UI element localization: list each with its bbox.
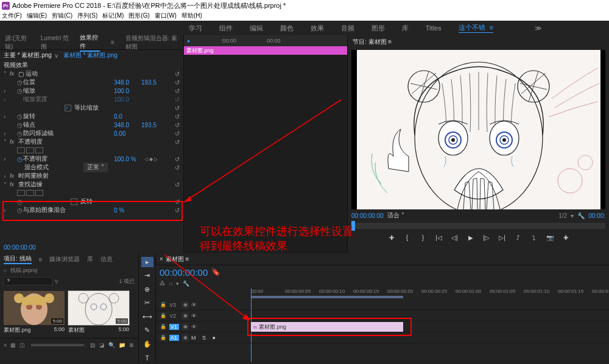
lift-icon[interactable]: ⤴ (513, 232, 524, 243)
toggle-output-icon[interactable]: ◉ (181, 323, 189, 331)
motion-header[interactable]: 运动 (26, 69, 169, 78)
stopwatch-icon[interactable]: ◷ (17, 156, 23, 163)
reset-icon[interactable]: ↺ (169, 122, 183, 128)
tab-color[interactable]: 颜色 (280, 24, 294, 33)
track-header-v2[interactable]: 🔒V2◉👁 (156, 310, 251, 321)
position-x[interactable]: 348.0 (114, 79, 141, 86)
tab-program[interactable]: 节目: 素材图 ≡ (353, 38, 392, 46)
caret-icon[interactable]: › (4, 88, 10, 94)
extract-icon[interactable]: ⤵ (529, 232, 540, 243)
time-remap-header[interactable]: 时间重映射 (18, 172, 183, 180)
caret-icon[interactable]: ˅ (4, 71, 10, 77)
wrench-icon[interactable]: 🔧 (577, 212, 585, 219)
eye-icon[interactable]: 👁 (191, 313, 197, 319)
settings-icon[interactable]: 🔧 (183, 281, 189, 287)
mask-rect-icon[interactable] (26, 190, 34, 196)
stopwatch-icon[interactable]: ◷ (17, 113, 23, 120)
anchor-x[interactable]: 348.0 (114, 122, 141, 128)
mask-pen-icon[interactable] (35, 147, 43, 153)
reset-icon[interactable]: ↺ (169, 105, 183, 111)
ripple-edit-tool[interactable]: ⊕ (141, 284, 153, 295)
automate-icon[interactable]: ◪ (99, 342, 105, 348)
caret-icon[interactable]: ˅ (4, 181, 10, 188)
menu-graphics[interactable]: 图形(G) (128, 12, 149, 20)
menu-file[interactable]: 文件(F) (2, 12, 22, 20)
program-scrubber[interactable] (351, 223, 605, 229)
search-input[interactable] (4, 277, 52, 285)
reset-icon[interactable]: ↺ (169, 181, 183, 188)
tab-graphics[interactable]: 图形 (371, 24, 385, 33)
invert-checkbox[interactable] (71, 198, 77, 205)
tab-effects[interactable]: 效果 (311, 24, 324, 33)
stopwatch-icon[interactable]: ◷ (17, 122, 23, 128)
tab-titles[interactable]: Titles (426, 24, 442, 32)
breadcrumb-clip[interactable]: 素材图 * 素材图.png (63, 51, 118, 60)
menu-edit[interactable]: 编辑(E) (27, 12, 47, 20)
track-header-v1[interactable]: 🔒V1◉👁 (156, 321, 251, 332)
type-tool[interactable]: T (141, 353, 153, 363)
reset-icon[interactable]: ↺ (169, 79, 183, 86)
effect-clip-bar[interactable]: 素材图.png (184, 46, 347, 55)
record-button[interactable]: ● (213, 335, 216, 341)
overflow-icon[interactable]: ≫ (535, 24, 542, 32)
reset-icon[interactable]: ↺ (169, 88, 183, 94)
settings-icon[interactable]: ✚ (560, 232, 571, 243)
mask-ellipse-icon[interactable] (17, 147, 25, 153)
marker-icon[interactable]: ▾ (176, 281, 179, 287)
lock-icon[interactable]: 🔒 (160, 323, 167, 331)
hand-tool[interactable]: ✋ (141, 339, 153, 349)
tab-assembly[interactable]: 组件 (219, 24, 233, 33)
project-item[interactable]: 5:00 素材图.png5:00 (4, 291, 65, 334)
tab-lumetri[interactable]: Lumetri 范围 (41, 34, 69, 51)
slip-tool[interactable]: ⟷ (141, 312, 153, 322)
mask-ellipse-icon[interactable] (17, 190, 25, 196)
tab-project[interactable]: 项目: 线稿 (4, 254, 32, 264)
breadcrumb-master[interactable]: 主要 * 素材图.png (4, 51, 52, 60)
reset-icon[interactable]: ↺ (169, 198, 183, 205)
caret-icon[interactable]: › (4, 173, 10, 180)
timeline-ruler[interactable]: 00:00 00:00:00:05 00:00:00:10 00:00:00:1… (251, 289, 609, 299)
tab-audio[interactable]: 音频 (341, 24, 354, 33)
reset-icon[interactable]: ↺ (169, 139, 183, 145)
new-bin-icon[interactable]: 📁 (119, 342, 125, 348)
export-frame-icon[interactable]: 📷 (544, 232, 555, 243)
track-select-tool[interactable]: ⇥ (141, 271, 153, 281)
mute-button[interactable]: M (191, 335, 196, 341)
goto-out-icon[interactable]: ▷| (497, 232, 508, 243)
reset-icon[interactable]: ↺ (169, 113, 183, 120)
home-icon[interactable]: ⌂ (4, 267, 7, 273)
razor-tool[interactable]: ✂ (141, 298, 153, 309)
freeform-icon[interactable]: ◫ (19, 342, 25, 348)
mark-in-icon[interactable]: { (402, 232, 413, 243)
track-lane-v1[interactable]: fx素材图.png (251, 321, 609, 332)
track-lane-a1[interactable] (251, 332, 609, 343)
tab-source[interactable]: 源:(无剪辑) (5, 34, 30, 51)
find-edges-header[interactable]: 查找边缘 (18, 180, 169, 189)
program-timecode[interactable]: 00:00:00:00 (351, 212, 384, 219)
track-header-v3[interactable]: 🔒V3◉👁 (156, 299, 251, 310)
menu-sequence[interactable]: 序列(S) (77, 12, 97, 20)
project-item[interactable]: 5:00 素材图5:00 (68, 291, 129, 334)
linked-selection-icon[interactable]: ∩ (169, 281, 172, 287)
scale-value[interactable]: 100.0 (114, 88, 141, 94)
menu-marker[interactable]: 标记(M) (102, 12, 124, 20)
eye-icon[interactable]: 👁 (191, 302, 197, 308)
step-back-icon[interactable]: ◁| (449, 232, 460, 243)
goto-in-icon[interactable]: |◁ (434, 232, 445, 243)
tab-editing[interactable]: 编辑 (250, 24, 263, 33)
tab-audio-mixer[interactable]: 音频剪辑混合器: 素材图 (125, 34, 178, 51)
lock-icon[interactable]: 🔒 (160, 334, 167, 341)
blend-mode-dropdown[interactable]: 正常 ˅ (83, 163, 108, 172)
uniform-scale-checkbox[interactable] (65, 105, 71, 111)
stopwatch-icon[interactable]: ◷ (17, 198, 23, 205)
preview-area[interactable] (351, 50, 605, 209)
rotation-value[interactable]: 0.0 (114, 113, 141, 120)
menu-help[interactable]: 帮助(H) (181, 12, 202, 20)
anchor-y[interactable]: 193.5 (141, 122, 169, 128)
menu-window[interactable]: 窗口(W) (155, 12, 177, 20)
reset-icon[interactable]: ↺ (169, 71, 183, 77)
position-y[interactable]: 193.5 (141, 79, 169, 86)
tab-custom-active[interactable]: 这个不错 ≡ (459, 23, 493, 33)
fit-dropdown[interactable]: 适合 ˅ (387, 211, 404, 220)
blend-original-value[interactable]: 0 % (114, 207, 141, 214)
